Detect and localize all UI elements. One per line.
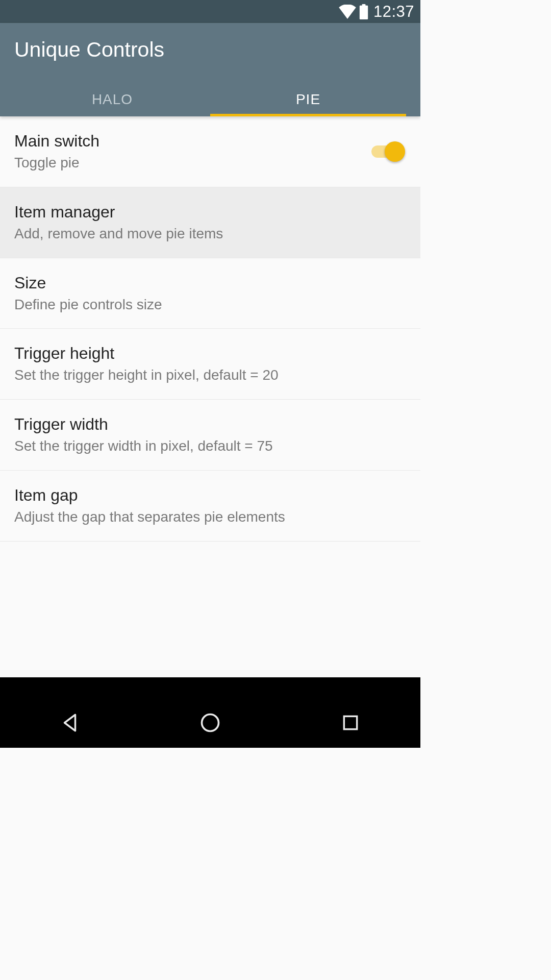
setting-subtitle: Adjust the gap that separates pie elemen… bbox=[14, 507, 406, 527]
setting-title: Size bbox=[14, 273, 406, 293]
screen: 12:37 Unique Controls HALO PIE Main swit… bbox=[0, 0, 420, 748]
toggle-switch[interactable] bbox=[371, 142, 402, 161]
setting-subtitle: Add, remove and move pie items bbox=[14, 224, 406, 243]
setting-title: Item gap bbox=[14, 485, 406, 505]
recents-icon bbox=[341, 713, 360, 732]
nav-back-button[interactable] bbox=[39, 712, 101, 733]
setting-title: Trigger width bbox=[14, 414, 406, 434]
status-bar: 12:37 bbox=[0, 0, 420, 23]
svg-rect-3 bbox=[344, 716, 357, 729]
back-icon bbox=[59, 712, 81, 733]
tab-halo[interactable]: HALO bbox=[14, 83, 210, 116]
setting-text: Main switch Toggle pie bbox=[14, 131, 371, 173]
home-icon bbox=[199, 712, 221, 734]
app-bar: Unique Controls HALO PIE bbox=[0, 23, 420, 116]
wifi-icon bbox=[339, 5, 356, 19]
system-navbar bbox=[0, 698, 420, 748]
setting-main-switch[interactable]: Main switch Toggle pie bbox=[0, 116, 420, 187]
tab-label: PIE bbox=[296, 91, 320, 108]
svg-point-2 bbox=[202, 715, 218, 731]
toggle-thumb bbox=[385, 141, 405, 162]
svg-rect-0 bbox=[360, 5, 368, 19]
setting-trigger-height[interactable]: Trigger height Set the trigger height in… bbox=[0, 329, 420, 400]
tabs: HALO PIE bbox=[14, 83, 406, 116]
setting-subtitle: Define pie controls size bbox=[14, 295, 406, 314]
tab-label: HALO bbox=[92, 91, 133, 108]
setting-text: Size Define pie controls size bbox=[14, 273, 406, 314]
setting-text: Item gap Adjust the gap that separates p… bbox=[14, 485, 406, 527]
setting-subtitle: Toggle pie bbox=[14, 153, 371, 173]
setting-text: Trigger height Set the trigger height in… bbox=[14, 343, 406, 385]
setting-subtitle: Set the trigger height in pixel, default… bbox=[14, 365, 406, 385]
setting-title: Trigger height bbox=[14, 343, 406, 363]
setting-item-gap[interactable]: Item gap Adjust the gap that separates p… bbox=[0, 471, 420, 542]
setting-trigger-width[interactable]: Trigger width Set the trigger width in p… bbox=[0, 400, 420, 471]
setting-text: Item manager Add, remove and move pie it… bbox=[14, 202, 406, 243]
battery-icon bbox=[359, 4, 368, 19]
setting-size[interactable]: Size Define pie controls size bbox=[0, 258, 420, 329]
setting-subtitle: Set the trigger width in pixel, default … bbox=[14, 436, 406, 456]
setting-text: Trigger width Set the trigger width in p… bbox=[14, 414, 406, 456]
tab-pie[interactable]: PIE bbox=[210, 83, 406, 116]
settings-list[interactable]: Main switch Toggle pie Item manager Add,… bbox=[0, 116, 420, 677]
svg-rect-1 bbox=[362, 4, 366, 6]
setting-item-manager[interactable]: Item manager Add, remove and move pie it… bbox=[0, 187, 420, 258]
list-overflow-edge bbox=[0, 677, 420, 698]
nav-recents-button[interactable] bbox=[320, 713, 381, 732]
nav-home-button[interactable] bbox=[180, 712, 241, 734]
page-title: Unique Controls bbox=[14, 39, 406, 83]
setting-title: Item manager bbox=[14, 202, 406, 222]
status-clock: 12:37 bbox=[373, 3, 414, 21]
setting-title: Main switch bbox=[14, 131, 371, 151]
